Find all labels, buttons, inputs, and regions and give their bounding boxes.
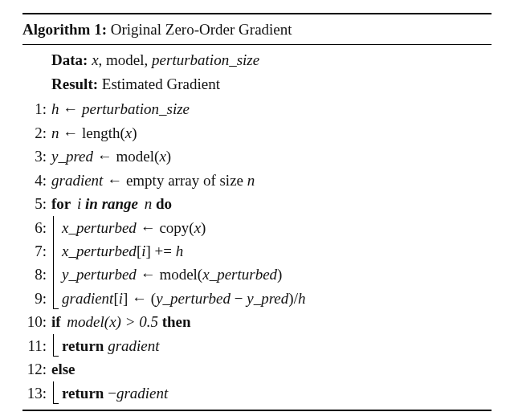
algo-line: 12: else xyxy=(22,357,492,381)
algo-line: 5: for i in range n do xyxy=(22,192,492,215)
algo-line: 10: if model(x) > 0.5 then xyxy=(22,310,492,333)
block-bar: x_perturbed ← copy(x) xyxy=(53,216,206,239)
algorithm-block: { "header": { "algo_label": "Algorithm 1… xyxy=(0,0,514,420)
line-body: y_perturbed ← model(x_perturbed) xyxy=(51,263,492,286)
algo-line: 4: gradient ← empty array of size n xyxy=(22,169,492,192)
line-number: 7: xyxy=(22,239,51,263)
meta-block: Data: x, model, perturbation_size Result… xyxy=(22,48,492,96)
rule-under-title xyxy=(22,44,492,45)
line-body: x_perturbed ← copy(x) xyxy=(51,216,492,239)
algo-line: 3: y_pred ← model(x) xyxy=(22,145,492,168)
line-body: h ← perturbation_size xyxy=(51,97,492,120)
line-number: 2: xyxy=(22,121,51,145)
line-body: return gradient xyxy=(51,334,492,357)
algorithm-title-line: Algorithm 1: Original Zero-Order Gradien… xyxy=(22,16,492,43)
algo-line: 11: return gradient xyxy=(22,334,492,357)
result-value: Estimated Gradient xyxy=(102,75,220,92)
rule-bottom xyxy=(22,410,492,411)
line-body: gradient ← empty array of size n xyxy=(51,169,492,192)
data-perturb: perturbation_size xyxy=(152,51,259,68)
algo-line: 7: x_perturbed[i] += h xyxy=(22,239,492,263)
line-number: 10: xyxy=(22,310,51,333)
line-body: return −gradient xyxy=(51,381,492,405)
block-bar: y_perturbed ← model(x_perturbed) xyxy=(53,263,282,286)
line-number: 1: xyxy=(22,97,51,120)
data-label: Data: xyxy=(51,51,88,68)
algo-line: 2: n ← length(x) xyxy=(22,121,492,145)
data-x: x xyxy=(92,51,98,68)
line-body: else xyxy=(51,357,492,381)
line-body: x_perturbed[i] += h xyxy=(51,239,492,263)
line-number: 13: xyxy=(22,381,51,405)
data-line: Data: x, model, perturbation_size xyxy=(51,48,492,71)
line-body: gradient[i] ← (y_perturbed − y_pred)/h xyxy=(51,287,492,310)
line-number: 8: xyxy=(22,263,51,286)
line-number: 5: xyxy=(22,192,51,215)
algo-line: 6: x_perturbed ← copy(x) xyxy=(22,216,492,239)
block-bar: return −gradient xyxy=(53,381,168,404)
block-bar: x_perturbed[i] += h xyxy=(53,239,183,263)
algo-line: 13: return −gradient xyxy=(22,381,492,405)
line-body: for i in range n do xyxy=(51,192,492,215)
algorithm-title: Original Zero-Order Gradient xyxy=(111,21,292,38)
line-number: 9: xyxy=(22,287,51,310)
line-number: 11: xyxy=(22,334,51,357)
result-label: Result: xyxy=(51,75,98,92)
line-number: 3: xyxy=(22,145,51,168)
algorithm-label: Algorithm 1: xyxy=(22,21,107,38)
line-number: 6: xyxy=(22,216,51,239)
result-line: Result: Estimated Gradient xyxy=(51,72,492,96)
algo-line: 9: gradient[i] ← (y_perturbed − y_pred)/… xyxy=(22,287,492,310)
line-body: n ← length(x) xyxy=(51,121,492,145)
line-number: 12: xyxy=(22,357,51,381)
rule-top xyxy=(22,13,492,14)
block-bar: return gradient xyxy=(53,334,160,357)
algo-line: 1: h ← perturbation_size xyxy=(22,97,492,120)
line-number: 4: xyxy=(22,169,51,192)
line-body: if model(x) > 0.5 then xyxy=(51,310,492,333)
line-body: y_pred ← model(x) xyxy=(51,145,492,168)
data-sep: , model, xyxy=(99,51,153,68)
algo-line: 8: y_perturbed ← model(x_perturbed) xyxy=(22,263,492,286)
block-bar: gradient[i] ← (y_perturbed − y_pred)/h xyxy=(53,287,305,309)
